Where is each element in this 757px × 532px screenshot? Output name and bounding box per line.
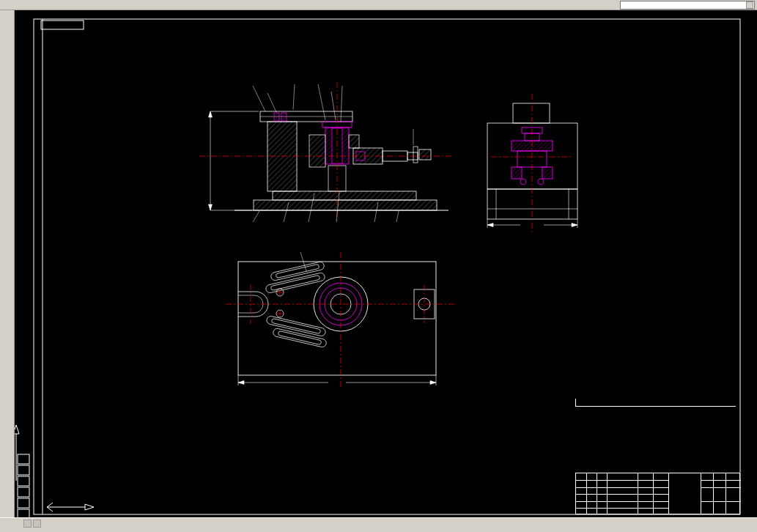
tech-requirements (171, 404, 300, 405)
plan-view (226, 252, 454, 388)
drawing-area[interactable] (15, 10, 757, 517)
drawing-frame (18, 19, 740, 517)
layer-combo[interactable] (620, 1, 755, 10)
parts-list-header (576, 399, 736, 406)
side-view (487, 94, 577, 234)
chevron-down-icon[interactable] (746, 1, 753, 9)
top-toolbar (0, 0, 757, 10)
tab-nav-next[interactable] (33, 520, 41, 528)
title-block (575, 473, 740, 514)
status-bar (0, 517, 757, 532)
front-view (199, 82, 453, 223)
parts-list (575, 399, 736, 407)
tab-nav-prev[interactable] (23, 520, 32, 528)
left-toolbar (0, 10, 15, 517)
drawing-canvas[interactable] (15, 10, 757, 517)
